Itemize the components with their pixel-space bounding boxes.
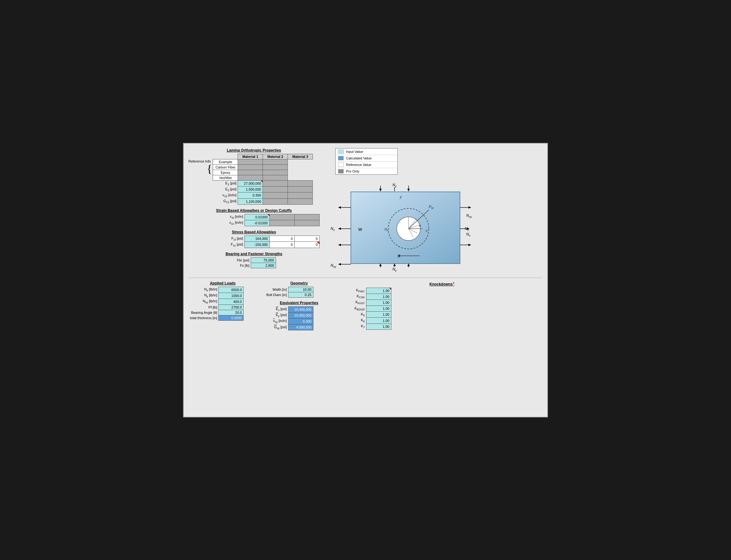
right-panel: Input Value Calculated Value Reference V… — [326, 148, 543, 273]
applied-loads-title: Applied Loads — [188, 281, 257, 285]
knockdowns-section: Knockdownss KFWC 1.00 KCSK 1.00 KFAST 1.… — [341, 281, 543, 330]
stress-table: F1t [psi] 104,000 0 0 F1c [psi] -156,000… — [220, 236, 320, 248]
legend-calc: Calculated Value — [336, 155, 397, 162]
lamina-section: Lamina Orthotropic Properties Reference … — [188, 148, 320, 205]
col-header-m3: Material 3 — [288, 154, 313, 159]
col-header-m2: Material 2 — [263, 154, 288, 159]
svg-marker-17 — [339, 206, 341, 209]
bottom-section: Applied Loads Nx [lb/in] 6500.0 Ny [lb/i… — [188, 278, 543, 331]
equiv-props-title: Equivalent Properties — [263, 301, 335, 305]
kd-row-fwc: KFWC 1.00 — [341, 288, 391, 294]
stress-row-2: F1c [psi] -156,000 0 0 — [220, 242, 319, 248]
nx-right-label: Nx — [466, 232, 470, 237]
legend-color-calc — [338, 156, 344, 160]
kd-row-csk: KCSK 1.00 — [341, 294, 391, 299]
nxy-right-label: Nxy — [466, 213, 472, 218]
svg-marker-31 — [339, 263, 341, 265]
stress-title: Stress Based Allowables — [188, 230, 320, 234]
svg-marker-27 — [393, 264, 396, 266]
kd-row-k7: K7 1.00 — [341, 324, 391, 329]
equiv-row-vxy: vxy [in/in] 0.300 — [263, 318, 313, 324]
strain-title: Strain Based Allowalbes or Design Cutoff… — [188, 208, 320, 213]
stress-section: Stress Based Allowables F1t [psi] 104,00… — [188, 230, 320, 248]
prop-row-e2: E2 [psi] 1,500,000 — [213, 187, 313, 192]
equiv-props-table: Ex [psi] 10,400,000 Ey [psi] 10,400,000 … — [263, 306, 314, 331]
strain-row-2: ε1c [in/in] -0.01500 — [220, 220, 319, 226]
col-header-m1: Material 1 — [238, 154, 263, 159]
bearing-row-1: Fbr [psi] 75,000 — [226, 257, 276, 263]
knockdowns-title: Knockdownss — [341, 281, 543, 286]
nx-left-label: Nx — [331, 226, 335, 231]
ref-row-1: Example — [213, 159, 313, 164]
knockdowns-table: KFWC 1.00 KCSK 1.00 KFAST 1.00 KEDGE 1.0… — [341, 288, 391, 330]
theta-label: θ — [419, 224, 421, 228]
load-row-thickness: total thickness [in] 0.2000 — [188, 315, 244, 321]
ny-bottom-label: Ny — [392, 267, 397, 272]
svg-marker-4 — [407, 189, 410, 191]
load-row-angle: Bearing Angle [θ] 20.0 — [188, 310, 244, 315]
kd-row-edge: KEDGE 1.00 — [341, 306, 391, 312]
lamina-table-wrap: Reference Info { Material 1 Material 2 M… — [188, 154, 320, 205]
main-panel: Lamina Orthotropic Properties Reference … — [183, 143, 548, 417]
diagram-svg: Ny Nxy Nx y W — [329, 183, 472, 273]
bearing-title: Bearing and Fastener Strengths — [188, 252, 320, 256]
brace-char: { — [207, 163, 212, 174]
legend-pro-label: Pro Only — [346, 169, 360, 173]
prop-row-v12: ν12 [in/in] 0.350 — [213, 192, 313, 198]
diagram-container: Ny Nxy Nx y W — [329, 183, 472, 273]
x-axis-label: x — [425, 228, 428, 233]
legend: Input Value Calculated Value Reference V… — [335, 148, 397, 175]
svg-marker-19 — [339, 244, 341, 246]
ny-top-label: Ny — [392, 183, 397, 188]
legend-color-ref — [338, 163, 344, 167]
left-panel: Lamina Orthotropic Properties Reference … — [188, 148, 320, 273]
svg-marker-23 — [468, 244, 471, 246]
ref-brace-label: Reference Info { — [188, 154, 212, 174]
bearing-table: Fbr [psi] 75,000 Fs [lb] 2,800 — [226, 257, 276, 268]
legend-pro: Pro Only — [336, 168, 397, 174]
svg-marker-25 — [379, 264, 382, 266]
equiv-row-ey: Ey [psi] 10,400,000 — [263, 312, 313, 318]
legend-ref: Reference Value — [336, 162, 397, 168]
equiv-row-ex: Ex [psi] 10,400,000 — [263, 306, 313, 312]
applied-loads-section: Applied Loads Nx [lb/in] 6500.0 Ny [lb/i… — [188, 281, 257, 321]
prop-row-g12: G12 [psi] 1,100,000 — [213, 198, 313, 204]
legend-color-input — [338, 149, 344, 154]
geometry-table: Width [in] 10.00 Bolt Diam [in] 0.25 — [263, 287, 314, 298]
nxy-bottom-label: Nxy — [331, 263, 336, 268]
svg-marker-2 — [379, 189, 382, 191]
svg-marker-21 — [468, 206, 471, 209]
equiv-props-block: Equivalent Properties Ex [psi] 10,400,00… — [263, 301, 335, 331]
geometry-title: Geometry — [263, 281, 335, 285]
prop-row-e1: E1 [psi] 27,000,000 — [213, 180, 313, 187]
top-section: Lamina Orthotropic Properties Reference … — [188, 148, 543, 273]
load-row-nx: Nx [lb/in] 6500.0 — [188, 287, 244, 293]
geom-row-bolt: Bolt Diam [in] 0.25 — [263, 292, 313, 297]
kd-row-k6: K6 1.00 — [341, 318, 391, 324]
applied-loads-table: Nx [lb/in] 6500.0 Ny [lb/in] 1000.0 Nxy … — [188, 287, 244, 321]
nx-right-arrow-label: Nx — [465, 226, 469, 231]
kd-row-k5: K5 1.00 — [341, 312, 391, 318]
strain-row-1: ε1t [in/in] 0.01000 — [220, 214, 319, 220]
load-row-ny: Ny [lb/in] 1000.0 — [188, 293, 244, 299]
bearing-section: Bearing and Fastener Strengths Fbr [psi]… — [188, 252, 320, 268]
y-axis-label: y — [399, 195, 402, 199]
ref-row-2: Carbon Fiber — [213, 164, 313, 170]
legend-input-label: Input Value — [346, 150, 363, 153]
legend-ref-label: Reference Value — [346, 163, 371, 167]
lamina-table: Material 1 Material 2 Material 3 Example — [213, 154, 313, 205]
lamina-title: Lamina Orthotropic Properties — [188, 148, 320, 153]
ref-row-4: Hot/Wet — [213, 175, 313, 180]
strain-section: Strain Based Allowalbes or Design Cutoff… — [188, 208, 320, 226]
legend-color-pro — [338, 169, 344, 173]
equiv-row-gxy: Gxy [psi] 4,000,000 — [263, 324, 313, 330]
strain-table: ε1t [in/in] 0.01000 ε1c [in/in] -0.01500 — [220, 214, 320, 226]
svg-marker-13 — [339, 227, 341, 230]
bearing-row-2: Fs [lb] 2,800 — [226, 263, 276, 268]
geometry-section: Geometry Width [in] 10.00 Bolt Diam [in]… — [263, 281, 335, 331]
stress-row-1: F1t [psi] 104,000 0 0 — [220, 236, 319, 242]
kd-row-fast: KFAST 1.00 — [341, 299, 391, 305]
w-label: W — [358, 227, 362, 232]
load-row-pf: Pf [lb] 2700.0 — [188, 305, 244, 310]
svg-marker-29 — [407, 264, 410, 266]
